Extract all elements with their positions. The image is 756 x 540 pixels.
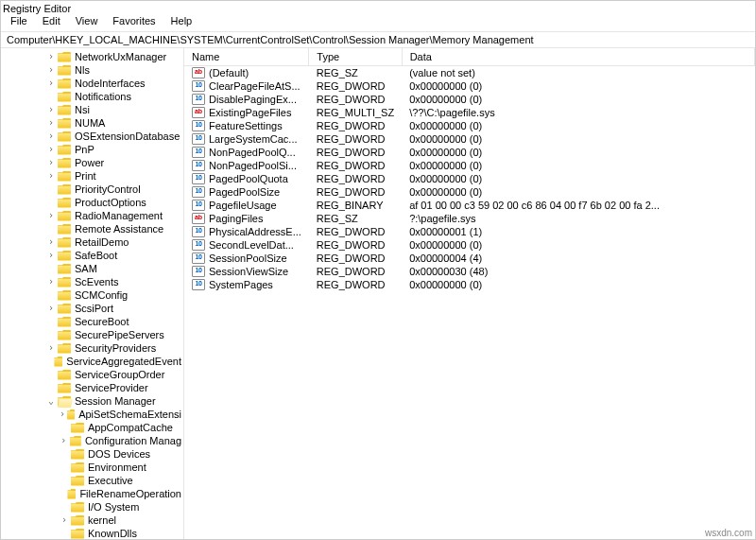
- value-row[interactable]: NonPagedPoolSi...REG_DWORD0x00000000 (0): [184, 159, 755, 172]
- tree-node[interactable]: KnownDlls: [1, 527, 183, 539]
- value-row[interactable]: SystemPagesREG_DWORD0x00000000 (0): [184, 278, 755, 291]
- value-row[interactable]: NonPagedPoolQ...REG_DWORD0x00000000 (0): [184, 146, 755, 159]
- binary-value-icon: [192, 186, 205, 198]
- tree-node[interactable]: ›SafeBoot: [1, 249, 183, 262]
- expand-icon[interactable]: ›: [46, 302, 56, 315]
- expand-icon[interactable]: ›: [46, 143, 56, 156]
- expand-icon[interactable]: ›: [46, 275, 56, 288]
- menu-view[interactable]: View: [70, 13, 104, 28]
- tree-node[interactable]: ›NUMA: [1, 116, 183, 130]
- value-name: LargeSystemCac...: [209, 133, 298, 145]
- tree-node[interactable]: ServiceGroupOrder: [1, 368, 183, 381]
- tree-node[interactable]: Executive: [1, 474, 183, 487]
- tree-node[interactable]: ›Power: [1, 156, 183, 169]
- tree-node[interactable]: ServiceProvider: [1, 381, 183, 394]
- col-data[interactable]: Data: [402, 48, 754, 66]
- expand-icon[interactable]: ⌄: [46, 394, 56, 408]
- expand-icon[interactable]: ›: [46, 116, 56, 130]
- tree-node[interactable]: ›RetailDemo: [1, 235, 183, 249]
- tree-node[interactable]: SecurePipeServers: [1, 328, 183, 341]
- value-row[interactable]: PagedPoolQuotaREG_DWORD0x00000000 (0): [184, 172, 755, 185]
- folder-icon: [58, 304, 71, 314]
- tree-node[interactable]: ⌄Session Manager: [1, 394, 183, 408]
- tree-node[interactable]: AppCompatCache: [1, 421, 183, 434]
- tree-node[interactable]: SCMConfig: [1, 288, 183, 302]
- value-name: FeatureSettings: [209, 120, 283, 131]
- value-name: ExistingPageFiles: [209, 107, 291, 118]
- tree-node[interactable]: ›RadioManagement: [1, 209, 183, 222]
- expand-icon[interactable]: ›: [46, 50, 56, 63]
- tree-label: ServiceProvider: [73, 382, 150, 393]
- tree-node[interactable]: PriorityControl: [1, 183, 183, 196]
- folder-icon: [58, 118, 71, 129]
- tree-node[interactable]: ServiceAggregatedEvent: [1, 355, 183, 368]
- tree-node[interactable]: ProductOptions: [1, 196, 183, 209]
- tree-node[interactable]: FileRenameOperation: [1, 487, 183, 500]
- value-row[interactable]: PagefileUsageREG_BINARYaf 01 00 00 c3 59…: [184, 199, 755, 212]
- value-row[interactable]: FeatureSettingsREG_DWORD0x00000000 (0): [184, 119, 755, 132]
- expand-icon[interactable]: ›: [60, 514, 69, 527]
- tree-node[interactable]: ›ScsiPort: [1, 302, 183, 315]
- tree-label: RetailDemo: [73, 236, 130, 248]
- tree-node[interactable]: ›NodeInterfaces: [1, 77, 183, 90]
- menu-edit[interactable]: Edit: [37, 13, 66, 28]
- tree-node[interactable]: ›ApiSetSchemaExtensi: [1, 408, 183, 421]
- expand-icon[interactable]: ›: [46, 341, 56, 355]
- value-row[interactable]: ExistingPageFilesREG_MULTI_SZ\??\C:\page…: [184, 106, 755, 119]
- value-row[interactable]: ClearPageFileAtS...REG_DWORD0x00000000 (…: [184, 79, 755, 93]
- menu-file[interactable]: File: [5, 13, 33, 28]
- tree-node[interactable]: SecureBoot: [1, 315, 183, 328]
- tree-node[interactable]: ›Print: [1, 169, 183, 183]
- values-panel[interactable]: Name Type Data (Default)REG_SZ(value not…: [184, 48, 755, 539]
- expand-icon[interactable]: ›: [46, 209, 56, 222]
- value-row[interactable]: SessionPoolSizeREG_DWORD0x00000004 (4): [184, 252, 755, 265]
- col-name[interactable]: Name: [184, 48, 309, 66]
- value-name: NonPagedPoolQ...: [209, 147, 296, 158]
- expand-icon[interactable]: ›: [46, 235, 56, 249]
- value-row[interactable]: SecondLevelDat...REG_DWORD0x00000000 (0): [184, 238, 755, 252]
- value-row[interactable]: PagingFilesREG_SZ?:\pagefile.sys: [184, 212, 755, 225]
- tree-node[interactable]: ›ScEvents: [1, 275, 183, 288]
- folder-icon: [58, 383, 71, 393]
- tree-node[interactable]: Environment: [1, 461, 183, 474]
- expand-icon[interactable]: ›: [46, 169, 56, 183]
- col-type[interactable]: Type: [309, 48, 402, 66]
- tree-node[interactable]: ›kernel: [1, 514, 183, 527]
- value-row[interactable]: PhysicalAddressE...REG_DWORD0x00000001 (…: [184, 225, 755, 238]
- expand-icon[interactable]: ›: [46, 77, 56, 90]
- tree-node[interactable]: ›Nls: [1, 63, 183, 77]
- menu-favorites[interactable]: Favorites: [107, 13, 161, 28]
- tree-node[interactable]: ›Nsi: [1, 103, 183, 116]
- tree-node[interactable]: Remote Assistance: [1, 222, 183, 235]
- value-row[interactable]: PagedPoolSizeREG_DWORD0x00000000 (0): [184, 185, 755, 199]
- tree-label: Executive: [86, 475, 135, 486]
- folder-icon: [58, 317, 71, 327]
- value-row[interactable]: LargeSystemCac...REG_DWORD0x00000000 (0): [184, 132, 755, 146]
- value-row[interactable]: (Default)REG_SZ(value not set): [184, 66, 755, 80]
- expand-icon[interactable]: ›: [46, 249, 56, 262]
- tree-node[interactable]: I/O System: [1, 500, 183, 514]
- expand-icon[interactable]: ›: [46, 156, 56, 169]
- tree-node[interactable]: SAM: [1, 262, 183, 275]
- folder-icon: [70, 436, 81, 446]
- expand-icon[interactable]: ›: [60, 408, 65, 421]
- address-bar[interactable]: Computer\HKEY_LOCAL_MACHINE\SYSTEM\Curre…: [1, 32, 755, 48]
- menu-help[interactable]: Help: [165, 13, 198, 28]
- value-row[interactable]: SessionViewSizeREG_DWORD0x00000030 (48): [184, 265, 755, 278]
- tree-node[interactable]: ›PnP: [1, 143, 183, 156]
- tree-node[interactable]: Notifications: [1, 90, 183, 103]
- value-data: af 01 00 00 c3 59 02 00 c6 86 04 00 f7 6…: [402, 199, 754, 212]
- tree-node[interactable]: ›Configuration Manag: [1, 434, 183, 447]
- value-type: REG_DWORD: [309, 252, 402, 265]
- tree-node[interactable]: DOS Devices: [1, 447, 183, 461]
- folder-icon: [54, 357, 62, 367]
- expand-icon[interactable]: ›: [46, 63, 56, 77]
- expand-icon[interactable]: ›: [46, 103, 56, 116]
- tree-node[interactable]: ›NetworkUxManager: [1, 50, 183, 63]
- tree-node[interactable]: ›SecurityProviders: [1, 341, 183, 355]
- expand-icon[interactable]: ›: [60, 434, 68, 447]
- tree-panel[interactable]: ›NetworkUxManager›Nls›NodeInterfacesNoti…: [1, 48, 184, 539]
- value-row[interactable]: DisablePagingEx...REG_DWORD0x00000000 (0…: [184, 93, 755, 106]
- expand-icon[interactable]: ›: [46, 130, 56, 143]
- tree-node[interactable]: ›OSExtensionDatabase: [1, 130, 183, 143]
